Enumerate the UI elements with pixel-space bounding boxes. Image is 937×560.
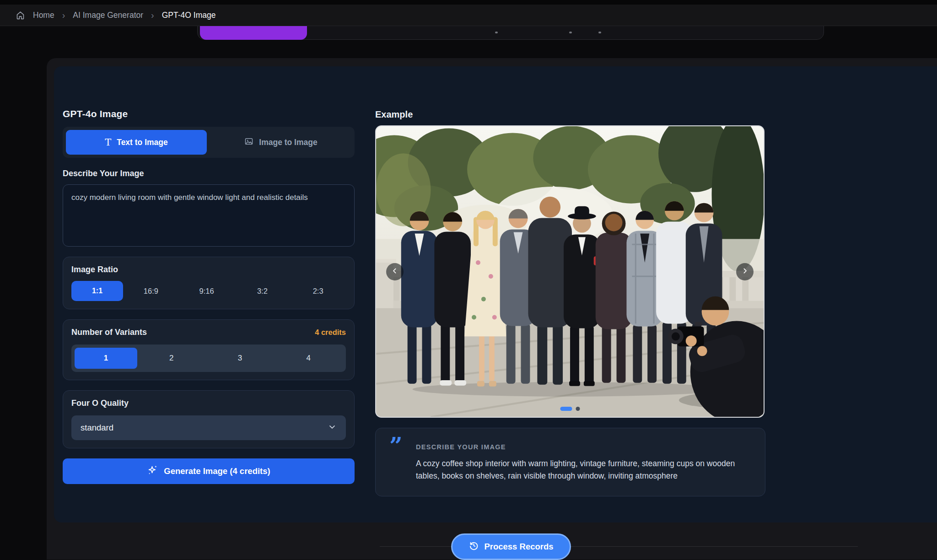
- ratio-options: 1:1 16:9 9:16 3:2 2:3: [71, 281, 346, 301]
- footer: Process Records: [54, 522, 937, 559]
- breadcrumb: Home › AI Image Generator › GPT-4O Image: [0, 5, 937, 26]
- variant-option-2[interactable]: 2: [137, 348, 206, 369]
- example-prompt-card: ” DESCRIBE YOUR IMAGE A cozy coffee shop…: [375, 428, 765, 496]
- sparkles-icon: [147, 464, 158, 478]
- banner-text-fragment: [569, 32, 572, 33]
- image-ratio-box: Image Ratio 1:1 16:9 9:16 3:2 2:3: [63, 257, 355, 309]
- example-prompt-text: A cozy coffee shop interior with warm li…: [416, 458, 751, 482]
- tab-text-to-image[interactable]: T Text to Image: [66, 130, 207, 155]
- text-T-icon: T: [105, 138, 111, 147]
- process-records-label: Process Records: [484, 542, 553, 552]
- quality-label: Four O Quality: [71, 398, 346, 408]
- quality-box: Four O Quality standard: [63, 390, 355, 448]
- example-column: Example: [375, 108, 862, 522]
- image-ratio-label: Image Ratio: [71, 265, 346, 275]
- page: Home › AI Image Generator › GPT-4O Image…: [0, 0, 937, 560]
- generate-label: Generate Image (4 credits): [164, 466, 270, 476]
- ratio-option-16-9[interactable]: 16:9: [123, 287, 179, 296]
- generate-button[interactable]: Generate Image (4 credits): [63, 458, 355, 484]
- banner-text-fragment: [495, 32, 498, 33]
- prompt-input[interactable]: cozy modern living room with gentle wind…: [63, 184, 355, 247]
- chevron-right-icon: ›: [62, 11, 65, 20]
- carousel-dot-1[interactable]: [560, 407, 572, 411]
- credits-badge: 4 credits: [315, 328, 346, 337]
- carousel-dots: [560, 407, 580, 411]
- banner-text-fragment: [598, 32, 601, 33]
- quality-value: standard: [81, 423, 113, 433]
- mode-tabs: T Text to Image Image to Image: [63, 127, 355, 158]
- chevron-left-icon: [391, 267, 398, 276]
- banner-button[interactable]: [200, 26, 307, 40]
- quote-icon: ”: [389, 440, 409, 482]
- main-card: GPT-4o Image T Text to Image: [47, 58, 937, 560]
- chevron-right-icon: ›: [151, 11, 154, 20]
- variant-option-1[interactable]: 1: [75, 348, 137, 369]
- ratio-option-3-2[interactable]: 3:2: [235, 287, 291, 296]
- top-strip: [0, 0, 937, 5]
- carousel-prev-button[interactable]: [386, 263, 404, 280]
- promo-banner-cutoff: [0, 26, 937, 40]
- example-title: Example: [375, 109, 862, 120]
- ratio-option-1-1[interactable]: 1:1: [71, 281, 123, 301]
- variant-option-3[interactable]: 3: [206, 348, 275, 369]
- example-prompt-heading: DESCRIBE YOUR IMAGE: [416, 443, 751, 451]
- carousel-next-button[interactable]: [736, 263, 754, 280]
- tab-label: Image to Image: [259, 138, 317, 147]
- home-icon: [16, 11, 25, 20]
- form-title: GPT-4o Image: [63, 108, 355, 119]
- variants-label: Number of Variants: [71, 328, 147, 337]
- variant-options: 1 2 3 4: [71, 345, 346, 372]
- breadcrumb-current: GPT-4O Image: [162, 11, 216, 20]
- history-clock-icon: [468, 540, 479, 553]
- quality-select[interactable]: standard: [71, 415, 346, 440]
- breadcrumb-ai-image-generator[interactable]: AI Image Generator: [73, 11, 143, 20]
- chevron-right-icon: [741, 267, 749, 276]
- breadcrumb-home[interactable]: Home: [33, 11, 54, 20]
- example-carousel: [375, 125, 765, 418]
- ratio-option-2-3[interactable]: 2:3: [290, 287, 346, 296]
- process-records-button[interactable]: Process Records: [451, 533, 571, 560]
- image-icon: [244, 137, 253, 148]
- variant-option-4[interactable]: 4: [274, 348, 343, 369]
- tab-image-to-image[interactable]: Image to Image: [210, 130, 351, 155]
- variants-box: Number of Variants 4 credits 1 2 3 4: [63, 319, 355, 380]
- carousel-dot-2[interactable]: [576, 407, 580, 411]
- tab-label: Text to Image: [117, 138, 168, 147]
- describe-label: Describe Your Image: [63, 169, 355, 178]
- ratio-option-9-16[interactable]: 9:16: [179, 287, 235, 296]
- chevron-down-icon: [328, 422, 337, 434]
- generator-panel: GPT-4o Image T Text to Image: [54, 66, 937, 522]
- form-column: GPT-4o Image T Text to Image: [63, 108, 355, 522]
- example-photo: [376, 126, 764, 417]
